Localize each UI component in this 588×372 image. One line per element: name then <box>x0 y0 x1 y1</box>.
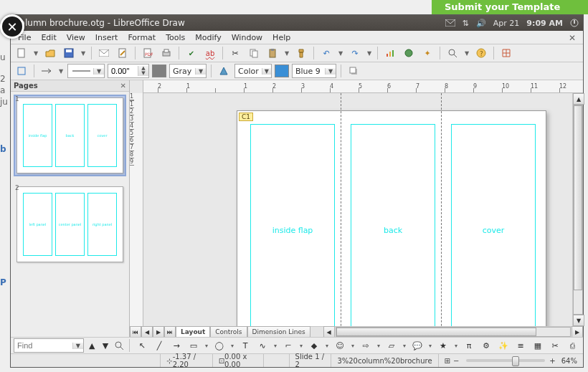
scroll-left-button[interactable]: ◀ <box>323 326 335 338</box>
drawing-page[interactable]: C1 inside flap back cover <box>237 110 546 326</box>
area-button[interactable] <box>216 63 232 79</box>
cut-button[interactable]: ✂ <box>227 45 243 61</box>
time-indicator[interactable]: 9:09 AM <box>526 19 563 28</box>
paste-button[interactable] <box>265 45 280 61</box>
line-style-combo[interactable]: ▼ <box>67 64 105 78</box>
redo-button[interactable]: ↷ <box>347 45 363 61</box>
session-indicator-icon[interactable] <box>570 19 579 27</box>
menu-modify[interactable]: Modify <box>191 32 225 44</box>
arrange-button[interactable]: ▦ <box>530 338 546 353</box>
scroll-up-button[interactable]: ▲ <box>573 93 584 105</box>
spellcheck-button[interactable]: ✔ <box>184 45 199 61</box>
volume-indicator-icon[interactable]: 🔊 <box>476 19 486 28</box>
rect-button[interactable]: ▭ <box>186 338 201 353</box>
arrow-style-button[interactable] <box>39 63 54 79</box>
document-close-button[interactable]: ✕ <box>564 32 580 44</box>
page-thumbnail[interactable]: 1inside flapbackcover <box>14 95 126 176</box>
edit-doc-button[interactable] <box>115 45 131 61</box>
align-button[interactable]: ≡ <box>513 338 528 353</box>
hyperlink-button[interactable] <box>401 45 417 61</box>
shapes-button[interactable]: ◆ <box>306 338 322 353</box>
page-thumbnail[interactable]: 2left panelcenter panelright panel <box>14 183 126 265</box>
open-button[interactable] <box>42 45 58 61</box>
zoom-fit-icon[interactable]: ⊞ <box>445 357 450 365</box>
zoom-value[interactable]: 64% <box>561 357 577 365</box>
line-width-value[interactable] <box>108 67 138 75</box>
scroll-h-thumb[interactable] <box>336 328 536 336</box>
callout-dropdown[interactable]: ▾ <box>427 338 434 353</box>
callout-button[interactable]: 💬 <box>409 338 425 353</box>
zoom-slider-knob[interactable] <box>512 356 519 366</box>
show-draw-functions-button[interactable] <box>14 63 29 79</box>
ruler-horizontal-scale[interactable]: 21123456789101112 <box>143 80 583 93</box>
connector-button[interactable]: ⌐ <box>280 338 296 353</box>
interaction-button[interactable]: ⚙ <box>478 338 494 353</box>
area-color-swatch[interactable] <box>275 65 289 77</box>
overlay-close-button[interactable]: ✕ <box>0 14 24 39</box>
menu-format[interactable]: Format <box>123 32 160 44</box>
clone-format-button[interactable] <box>293 45 309 61</box>
star-button[interactable]: ★ <box>435 338 451 353</box>
panel-inside-flap[interactable]: inside flap <box>250 124 335 326</box>
menu-edit[interactable]: Edit <box>37 32 60 44</box>
curve-dropdown[interactable]: ▾ <box>272 338 279 353</box>
tab-dimension-lines[interactable]: Dimension Lines <box>247 326 310 338</box>
menu-view[interactable]: View <box>62 32 90 44</box>
zoom-controls[interactable]: ⊞ − + 64% <box>439 354 583 367</box>
zoom-dropdown[interactable]: ▼ <box>463 46 470 60</box>
date-indicator[interactable]: Apr 21 <box>493 19 520 28</box>
canvas[interactable]: C1 inside flap back cover <box>143 93 572 326</box>
tab-last-button[interactable]: ⏭ <box>164 326 176 338</box>
find-input[interactable] <box>14 341 72 350</box>
new-button[interactable] <box>14 45 29 61</box>
area-color-combo[interactable]: Blue 9 ▼ <box>292 64 336 78</box>
save-button[interactable] <box>61 45 77 61</box>
tab-controls[interactable]: Controls <box>210 326 247 338</box>
ruler-vertical[interactable]: 1123456789 <box>130 93 143 326</box>
pages-panel-body[interactable]: 1inside flapbackcover2left panelcenter p… <box>11 92 129 337</box>
save-dropdown[interactable]: ▼ <box>80 46 87 60</box>
status-layout[interactable]: 3%20column%20brochure <box>331 354 438 367</box>
scrollbar-horizontal[interactable] <box>336 327 571 337</box>
scrollbar-vertical[interactable]: ▲ ▼ <box>572 93 583 326</box>
status-signature[interactable] <box>264 354 289 367</box>
pdf-button[interactable]: ⎙ <box>564 338 580 353</box>
curve-button[interactable]: ∿ <box>255 338 270 353</box>
undo-button[interactable]: ↶ <box>318 45 334 61</box>
arrow-button[interactable]: → <box>169 338 184 353</box>
tab-first-button[interactable]: ⏮ <box>130 326 141 338</box>
connector-dropdown[interactable]: ▾ <box>298 338 305 353</box>
star-dropdown[interactable]: ▾ <box>452 338 460 353</box>
panel-back[interactable]: back <box>351 124 435 326</box>
undo-dropdown[interactable]: ▼ <box>337 46 344 60</box>
rect-dropdown[interactable]: ▾ <box>203 338 210 353</box>
scroll-v-thumb[interactable] <box>574 105 582 290</box>
flowchart-dropdown[interactable]: ▾ <box>401 338 408 353</box>
symbol-button[interactable]: ☺ <box>332 338 348 353</box>
menu-help[interactable]: Help <box>268 32 295 44</box>
menu-window[interactable]: Window <box>227 32 267 44</box>
guide-vertical-2[interactable] <box>441 93 442 326</box>
zoom-button[interactable] <box>445 45 460 61</box>
text-button[interactable]: T <box>237 338 253 353</box>
auto-spellcheck-button[interactable]: ab <box>202 45 218 61</box>
mail-button[interactable] <box>96 45 112 61</box>
area-style-combo[interactable]: Color ▼ <box>234 64 272 78</box>
export-pdf-button[interactable]: PDF <box>140 45 156 61</box>
pi-button[interactable]: π <box>461 338 477 353</box>
ellipse-button[interactable]: ◯ <box>212 338 227 353</box>
effects-button[interactable]: ✨ <box>495 338 511 353</box>
navigator-button[interactable]: ✦ <box>419 45 435 61</box>
block-arrow-button[interactable]: ⇨ <box>358 338 374 353</box>
print-button[interactable] <box>158 45 174 61</box>
line-color-swatch[interactable] <box>152 65 166 77</box>
tab-layout[interactable]: Layout <box>176 326 210 338</box>
pointer-button[interactable]: ↖ <box>134 338 150 353</box>
crop-button[interactable]: ✂ <box>547 338 563 353</box>
shapes-dropdown[interactable]: ▾ <box>323 338 331 353</box>
line-width-combo[interactable]: ▲▼ <box>108 64 149 78</box>
tab-prev-button[interactable]: ◀ <box>141 326 153 338</box>
find-all-button[interactable] <box>113 338 125 353</box>
find-combo[interactable]: ▼ <box>14 338 84 353</box>
find-prev-button[interactable]: ▲ <box>87 338 98 353</box>
